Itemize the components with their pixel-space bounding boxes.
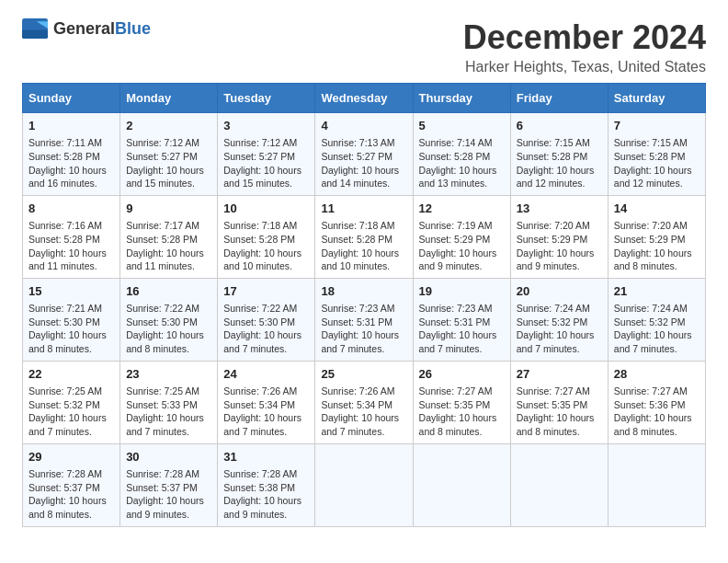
- day-info: Sunrise: 7:22 AM Sunset: 5:30 PM Dayligh…: [223, 302, 309, 356]
- day-number: 21: [614, 283, 700, 300]
- calendar-cell: 7Sunrise: 7:15 AM Sunset: 5:28 PM Daylig…: [608, 113, 705, 196]
- day-info: Sunrise: 7:27 AM Sunset: 5:35 PM Dayligh…: [517, 385, 602, 439]
- calendar-cell: [413, 443, 510, 526]
- calendar-cell: 30Sunrise: 7:28 AM Sunset: 5:37 PM Dayli…: [120, 443, 218, 526]
- calendar-cell: [510, 443, 608, 526]
- day-number: 4: [321, 118, 406, 134]
- calendar-cell: 24Sunrise: 7:26 AM Sunset: 5:34 PM Dayli…: [218, 361, 315, 443]
- day-info: Sunrise: 7:18 AM Sunset: 5:28 PM Dayligh…: [321, 219, 406, 273]
- calendar-cell: 13Sunrise: 7:20 AM Sunset: 5:29 PM Dayli…: [510, 195, 608, 278]
- day-info: Sunrise: 7:20 AM Sunset: 5:29 PM Dayligh…: [517, 219, 602, 273]
- day-info: Sunrise: 7:11 AM Sunset: 5:28 PM Dayligh…: [28, 136, 114, 190]
- calendar-cell: 4Sunrise: 7:13 AM Sunset: 5:27 PM Daylig…: [315, 113, 413, 196]
- day-number: 31: [223, 449, 309, 465]
- day-number: 23: [126, 366, 211, 383]
- day-info: Sunrise: 7:13 AM Sunset: 5:27 PM Dayligh…: [321, 136, 406, 190]
- day-number: 29: [28, 449, 114, 465]
- day-number: 25: [321, 366, 406, 383]
- calendar-table: SundayMondayTuesdayWednesdayThursdayFrid…: [22, 83, 706, 527]
- col-header-friday: Friday: [510, 84, 608, 113]
- calendar-cell: 31Sunrise: 7:28 AM Sunset: 5:38 PM Dayli…: [218, 443, 315, 526]
- day-info: Sunrise: 7:15 AM Sunset: 5:28 PM Dayligh…: [517, 136, 602, 190]
- calendar-cell: 5Sunrise: 7:14 AM Sunset: 5:28 PM Daylig…: [413, 113, 510, 196]
- calendar-week-row: 29Sunrise: 7:28 AM Sunset: 5:37 PM Dayli…: [23, 443, 706, 526]
- calendar-cell: 29Sunrise: 7:28 AM Sunset: 5:37 PM Dayli…: [23, 443, 120, 526]
- day-number: 28: [614, 366, 700, 383]
- page-header: GeneralBlue December 2024 Harker Heights…: [22, 18, 706, 75]
- col-header-sunday: Sunday: [23, 84, 120, 113]
- logo: GeneralBlue: [22, 18, 151, 39]
- logo-text-general: General: [53, 19, 115, 38]
- main-title: December 2024: [463, 18, 706, 57]
- day-number: 12: [419, 201, 505, 217]
- calendar-cell: 22Sunrise: 7:25 AM Sunset: 5:32 PM Dayli…: [23, 361, 120, 443]
- col-header-monday: Monday: [120, 84, 218, 113]
- day-info: Sunrise: 7:27 AM Sunset: 5:36 PM Dayligh…: [614, 385, 700, 439]
- day-info: Sunrise: 7:28 AM Sunset: 5:38 PM Dayligh…: [223, 467, 309, 522]
- calendar-cell: 18Sunrise: 7:23 AM Sunset: 5:31 PM Dayli…: [315, 278, 413, 361]
- day-info: Sunrise: 7:25 AM Sunset: 5:33 PM Dayligh…: [126, 385, 211, 439]
- day-number: 2: [126, 118, 211, 134]
- day-info: Sunrise: 7:19 AM Sunset: 5:29 PM Dayligh…: [419, 219, 505, 273]
- col-header-tuesday: Tuesday: [218, 84, 315, 113]
- day-number: 10: [223, 201, 309, 217]
- calendar-cell: 14Sunrise: 7:20 AM Sunset: 5:29 PM Dayli…: [608, 195, 705, 278]
- logo-icon: [22, 18, 48, 39]
- calendar-cell: 25Sunrise: 7:26 AM Sunset: 5:34 PM Dayli…: [315, 361, 413, 443]
- calendar-cell: 16Sunrise: 7:22 AM Sunset: 5:30 PM Dayli…: [120, 278, 218, 361]
- subtitle: Harker Heights, Texas, United States: [463, 59, 706, 75]
- calendar-cell: 21Sunrise: 7:24 AM Sunset: 5:32 PM Dayli…: [608, 278, 705, 361]
- day-info: Sunrise: 7:23 AM Sunset: 5:31 PM Dayligh…: [419, 302, 505, 356]
- calendar-cell: [315, 443, 413, 526]
- day-info: Sunrise: 7:16 AM Sunset: 5:28 PM Dayligh…: [28, 219, 114, 273]
- day-number: 3: [223, 118, 309, 134]
- day-info: Sunrise: 7:27 AM Sunset: 5:35 PM Dayligh…: [419, 385, 505, 439]
- calendar-cell: 27Sunrise: 7:27 AM Sunset: 5:35 PM Dayli…: [510, 361, 608, 443]
- svg-rect-2: [22, 30, 48, 39]
- day-info: Sunrise: 7:25 AM Sunset: 5:32 PM Dayligh…: [28, 385, 114, 439]
- day-info: Sunrise: 7:28 AM Sunset: 5:37 PM Dayligh…: [28, 467, 114, 522]
- calendar-cell: 17Sunrise: 7:22 AM Sunset: 5:30 PM Dayli…: [218, 278, 315, 361]
- day-number: 11: [321, 201, 406, 217]
- calendar-cell: 1Sunrise: 7:11 AM Sunset: 5:28 PM Daylig…: [23, 113, 120, 196]
- day-number: 14: [614, 201, 700, 217]
- day-info: Sunrise: 7:14 AM Sunset: 5:28 PM Dayligh…: [419, 136, 505, 190]
- col-header-saturday: Saturday: [608, 84, 705, 113]
- day-number: 20: [517, 283, 602, 300]
- day-info: Sunrise: 7:24 AM Sunset: 5:32 PM Dayligh…: [517, 302, 602, 356]
- day-number: 6: [517, 118, 602, 134]
- logo-text-blue: Blue: [115, 19, 151, 38]
- calendar-week-row: 1Sunrise: 7:11 AM Sunset: 5:28 PM Daylig…: [23, 113, 706, 196]
- day-number: 9: [126, 201, 211, 217]
- day-number: 30: [126, 449, 211, 465]
- calendar-cell: 2Sunrise: 7:12 AM Sunset: 5:27 PM Daylig…: [120, 113, 218, 196]
- calendar-cell: 26Sunrise: 7:27 AM Sunset: 5:35 PM Dayli…: [413, 361, 510, 443]
- calendar-cell: 10Sunrise: 7:18 AM Sunset: 5:28 PM Dayli…: [218, 195, 315, 278]
- day-info: Sunrise: 7:23 AM Sunset: 5:31 PM Dayligh…: [321, 302, 406, 356]
- calendar-cell: 23Sunrise: 7:25 AM Sunset: 5:33 PM Dayli…: [120, 361, 218, 443]
- calendar-cell: 9Sunrise: 7:17 AM Sunset: 5:28 PM Daylig…: [120, 195, 218, 278]
- day-number: 17: [223, 283, 309, 300]
- day-number: 19: [419, 283, 505, 300]
- day-number: 8: [28, 201, 114, 217]
- day-info: Sunrise: 7:12 AM Sunset: 5:27 PM Dayligh…: [223, 136, 309, 190]
- col-header-wednesday: Wednesday: [315, 84, 413, 113]
- calendar-week-row: 8Sunrise: 7:16 AM Sunset: 5:28 PM Daylig…: [23, 195, 706, 278]
- calendar-cell: 11Sunrise: 7:18 AM Sunset: 5:28 PM Dayli…: [315, 195, 413, 278]
- day-info: Sunrise: 7:28 AM Sunset: 5:37 PM Dayligh…: [126, 467, 211, 522]
- day-number: 24: [223, 366, 309, 383]
- day-number: 1: [28, 118, 114, 134]
- calendar-cell: 8Sunrise: 7:16 AM Sunset: 5:28 PM Daylig…: [23, 195, 120, 278]
- calendar-cell: 6Sunrise: 7:15 AM Sunset: 5:28 PM Daylig…: [510, 113, 608, 196]
- day-number: 22: [28, 366, 114, 383]
- day-number: 16: [126, 283, 211, 300]
- day-info: Sunrise: 7:22 AM Sunset: 5:30 PM Dayligh…: [126, 302, 211, 356]
- title-block: December 2024 Harker Heights, Texas, Uni…: [463, 18, 706, 75]
- day-info: Sunrise: 7:26 AM Sunset: 5:34 PM Dayligh…: [321, 385, 406, 439]
- day-info: Sunrise: 7:20 AM Sunset: 5:29 PM Dayligh…: [614, 219, 700, 273]
- calendar-cell: 12Sunrise: 7:19 AM Sunset: 5:29 PM Dayli…: [413, 195, 510, 278]
- day-info: Sunrise: 7:15 AM Sunset: 5:28 PM Dayligh…: [614, 136, 700, 190]
- day-number: 7: [614, 118, 700, 134]
- calendar-cell: [608, 443, 705, 526]
- calendar-cell: 19Sunrise: 7:23 AM Sunset: 5:31 PM Dayli…: [413, 278, 510, 361]
